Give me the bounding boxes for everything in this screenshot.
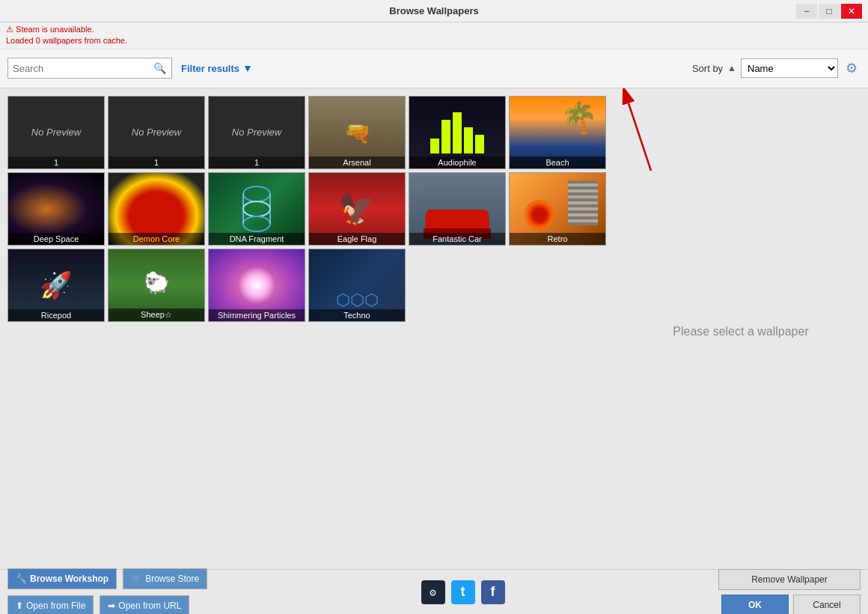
upload-icon: ⬆ bbox=[16, 601, 23, 611]
title-bar: Browse Wallpapers − □ ✕ bbox=[0, 0, 868, 22]
techno-hex-icon: ⬡⬡⬡ bbox=[336, 291, 379, 310]
wallpaper-item-sheep[interactable]: 🐑 Sheep☆ bbox=[108, 249, 205, 322]
open-from-file-button[interactable]: ⬆ Open from File bbox=[7, 595, 94, 615]
no-preview-count-1: 1 bbox=[8, 156, 104, 168]
wallpaper-item-techno[interactable]: ⬡⬡⬡ Techno bbox=[308, 249, 406, 322]
ok-cancel-row: OK Cancel bbox=[721, 595, 861, 615]
bar-1 bbox=[430, 139, 439, 154]
window-title: Browse Wallpapers bbox=[389, 5, 478, 16]
search-icon-button[interactable]: 🔍 bbox=[150, 62, 169, 74]
ok-button[interactable]: OK bbox=[721, 595, 789, 615]
dna-svg bbox=[234, 183, 279, 235]
bar-2 bbox=[441, 120, 450, 154]
audiophile-bars bbox=[430, 109, 484, 154]
sort-select[interactable]: Name Date Rating File Size bbox=[741, 58, 838, 78]
twitter-social-button[interactable]: t bbox=[451, 580, 475, 604]
svg-point-1 bbox=[243, 201, 270, 216]
bottom-left: 🔧 Browse Workshop 🛒 Browse Store ⬆ Open … bbox=[7, 568, 207, 615]
browse-store-button[interactable]: 🛒 Browse Store bbox=[123, 568, 207, 589]
workshop-icon: 🔧 bbox=[16, 574, 27, 584]
wallpaper-item-deep-space[interactable]: Deep Space bbox=[7, 172, 105, 246]
wallpaper-label-ricepod: Ricepod bbox=[8, 309, 104, 321]
cancel-button[interactable]: Cancel bbox=[793, 595, 861, 615]
wallpaper-label-techno: Techno bbox=[309, 309, 405, 321]
sheep-icon: 🐑 bbox=[144, 270, 170, 295]
twitter-icon-label: t bbox=[461, 584, 465, 600]
wallpaper-item-dna-fragment[interactable]: DNA Fragment bbox=[208, 172, 305, 246]
facebook-social-button[interactable]: f bbox=[481, 580, 505, 604]
eagle-symbol: 🦅 bbox=[338, 191, 376, 226]
browse-workshop-label: Browse Workshop bbox=[30, 574, 109, 584]
wallpaper-item-arsenal[interactable]: 🔫 Arsenal bbox=[308, 96, 406, 169]
browse-store-label: Browse Store bbox=[145, 574, 199, 584]
wallpaper-label-retro: Retro bbox=[510, 233, 605, 245]
close-button[interactable]: ✕ bbox=[841, 4, 862, 19]
wallpaper-item-no-preview-3[interactable]: No Preview 1 bbox=[208, 96, 305, 169]
bottom-center: ⚙ t f bbox=[213, 580, 712, 604]
right-panel: Please select a wallpaper bbox=[614, 88, 868, 575]
bottom-row-1: 🔧 Browse Workshop 🛒 Browse Store bbox=[7, 568, 207, 589]
steam-warning: ⚠ Steam is unavailable. Loaded 0 wallpap… bbox=[0, 22, 868, 49]
filter-icon: ▼ bbox=[242, 62, 253, 74]
steam-icon-label: ⚙ bbox=[430, 586, 435, 598]
svg-point-0 bbox=[243, 186, 270, 201]
search-input[interactable] bbox=[8, 63, 150, 74]
open-from-url-label: Open from URL bbox=[118, 601, 181, 611]
select-wallpaper-text: Please select a wallpaper bbox=[673, 325, 808, 338]
arrow-annotation bbox=[621, 88, 681, 178]
wallpaper-item-no-preview-2[interactable]: No Preview 1 bbox=[108, 96, 205, 169]
wallpaper-item-no-preview-1[interactable]: No Preview 1 bbox=[7, 96, 105, 169]
no-preview-text-3: No Preview bbox=[232, 127, 281, 138]
wallpaper-item-beach[interactable]: 🌴 Beach bbox=[509, 96, 606, 169]
store-icon: 🛒 bbox=[131, 574, 142, 584]
wallpaper-label-fantastic-car: Fantastic Car bbox=[409, 233, 505, 245]
wallpaper-label-sheep: Sheep☆ bbox=[109, 308, 204, 321]
browse-workshop-button[interactable]: 🔧 Browse Workshop bbox=[7, 568, 117, 589]
filter-label: Filter results bbox=[181, 63, 239, 74]
spaceship-icon: 🚀 bbox=[40, 270, 73, 300]
wallpaper-label-audiophile: Audiophile bbox=[409, 156, 505, 168]
retro-spiral bbox=[525, 200, 554, 230]
wallpaper-label-dna: DNA Fragment bbox=[209, 233, 305, 245]
title-bar-buttons: − □ ✕ bbox=[796, 4, 862, 19]
sort-label: Sort by bbox=[692, 63, 723, 74]
wallpaper-item-ricepod[interactable]: 🚀 Ricepod bbox=[7, 249, 105, 322]
bar-4 bbox=[464, 127, 473, 154]
wallpaper-item-eagle-flag[interactable]: 🦅 Eagle Flag bbox=[308, 172, 406, 246]
filter-results-button[interactable]: Filter results ▼ bbox=[181, 62, 253, 74]
settings-button[interactable]: ⚙ bbox=[843, 60, 861, 76]
wallpaper-item-shimmering-particles[interactable]: Shimmering Particles bbox=[208, 249, 305, 322]
no-preview-count-2: 1 bbox=[109, 156, 204, 168]
facebook-icon-label: f bbox=[491, 584, 495, 600]
sort-section: Sort by ▲ Name Date Rating File Size ⚙ bbox=[692, 58, 861, 78]
search-box: 🔍 bbox=[7, 58, 172, 79]
bottom-right: Remove Wallpaper OK Cancel bbox=[718, 569, 861, 615]
no-preview-text-1: No Preview bbox=[31, 127, 81, 138]
wallpaper-label-shimmering: Shimmering Particles bbox=[209, 309, 305, 321]
bar-5 bbox=[475, 135, 484, 154]
wallpaper-item-fantastic-car[interactable]: Fantastic Car bbox=[409, 172, 506, 246]
wallpaper-label-demon-core: Demon Core bbox=[109, 233, 204, 245]
remove-wallpaper-button[interactable]: Remove Wallpaper bbox=[718, 569, 861, 590]
steam-warning-line1: ⚠ Steam is unavailable. bbox=[6, 25, 94, 34]
svg-line-6 bbox=[629, 103, 651, 171]
no-preview-text-2: No Preview bbox=[132, 127, 181, 138]
bar-3 bbox=[453, 112, 462, 154]
minimize-button[interactable]: − bbox=[796, 4, 817, 19]
shimmering-light bbox=[238, 267, 275, 304]
main-content: No Preview 1 No Preview 1 No Preview 1 🔫… bbox=[0, 88, 868, 575]
wallpaper-item-audiophile[interactable]: Audiophile bbox=[409, 96, 506, 169]
sort-direction-icon: ▲ bbox=[727, 63, 736, 73]
steam-social-button[interactable]: ⚙ bbox=[421, 580, 445, 604]
wallpaper-label-arsenal: Arsenal bbox=[309, 156, 405, 168]
open-from-url-button[interactable]: ➡ Open from URL bbox=[100, 595, 189, 615]
bottom-row-2: ⬆ Open from File ➡ Open from URL bbox=[7, 595, 207, 615]
bottom-bar: 🔧 Browse Workshop 🛒 Browse Store ⬆ Open … bbox=[0, 569, 868, 614]
beach-palm-icon: 🌴 bbox=[560, 100, 598, 136]
link-icon: ➡ bbox=[108, 601, 115, 611]
restore-button[interactable]: □ bbox=[819, 4, 840, 19]
toolbar: 🔍 Filter results ▼ Sort by ▲ Name Date R… bbox=[0, 49, 868, 88]
wallpaper-label-deep-space: Deep Space bbox=[8, 233, 104, 245]
wallpaper-item-demon-core[interactable]: Demon Core bbox=[108, 172, 205, 246]
wallpaper-item-retro[interactable]: Retro bbox=[509, 172, 606, 246]
